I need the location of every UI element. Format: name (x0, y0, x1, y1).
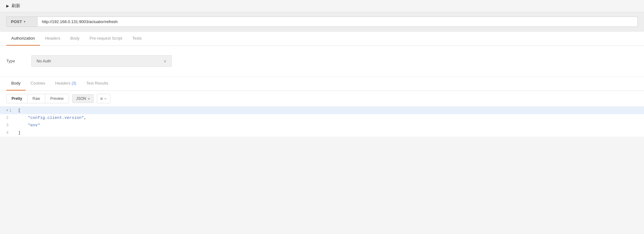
url-input[interactable] (37, 17, 638, 27)
code-line-3: 3 "env" (0, 122, 644, 129)
tab-headers[interactable]: Headers (40, 32, 65, 46)
tab-pre-request-script[interactable]: Pre-request Script (85, 32, 127, 46)
tab-authorization[interactable]: Authorization (6, 32, 40, 46)
auth-type-chevron-icon: ∨ (164, 59, 166, 63)
fold-arrow-icon[interactable]: ▼ (6, 109, 8, 112)
auth-type-value: No Auth (37, 59, 51, 63)
line-content-4: ] (16, 129, 23, 136)
response-tabs-row: Body Cookies Headers (3) Test Results (6, 76, 638, 90)
page-title: 刷新 (12, 3, 20, 9)
tab-response-headers[interactable]: Headers (3) (50, 76, 81, 90)
code-line-4: 4 ] (0, 129, 644, 137)
wrap-button[interactable]: ≡→ (97, 94, 111, 103)
tab-tests[interactable]: Tests (127, 32, 146, 46)
view-mode-group: Pretty Raw Preview (6, 94, 69, 103)
code-section: ▼ 1 [ 2 "config.client.version", 3 "env" (0, 107, 644, 137)
request-tabs-section: Authorization Headers Body Pre-request S… (0, 32, 644, 46)
method-selector[interactable]: POST ▾ (6, 17, 37, 27)
method-label: POST (11, 19, 22, 24)
request-tabs-row: Authorization Headers Body Pre-request S… (6, 32, 638, 46)
line-num-3: 3 (0, 122, 16, 129)
tab-body[interactable]: Body (65, 32, 85, 46)
line-num-1: ▼ 1 (0, 107, 16, 114)
url-bar: POST ▾ (0, 12, 644, 32)
auth-type-select[interactable]: No Auth ∨ (31, 55, 172, 67)
response-tabs-section: Body Cookies Headers (3) Test Results (0, 76, 644, 91)
auth-type-section: Type No Auth ∨ (0, 46, 644, 76)
line-num-2: 2 (0, 115, 16, 121)
title-bar: ▶ 刷新 (0, 0, 644, 12)
method-chevron-icon: ▾ (24, 20, 25, 23)
page-wrapper: ▶ 刷新 POST ▾ Authorization Headers Body P… (0, 0, 644, 234)
code-line-2: 2 "config.client.version", (0, 114, 644, 122)
code-line-1: ▼ 1 [ (0, 107, 644, 114)
format-chevron-icon: ▾ (88, 97, 90, 100)
format-label: JSON (76, 96, 86, 101)
line-content-2: "config.client.version", (16, 114, 89, 121)
pretty-button[interactable]: Pretty (7, 94, 27, 103)
headers-badge: (3) (72, 81, 76, 85)
preview-button[interactable]: Preview (45, 94, 69, 103)
tab-response-cookies[interactable]: Cookies (26, 76, 50, 90)
line-content-1: [ (16, 107, 23, 114)
line-content-3: "env" (16, 122, 42, 129)
type-row: Type No Auth ∨ (6, 55, 638, 67)
line-num-4: 4 (0, 129, 16, 136)
raw-button[interactable]: Raw (27, 94, 45, 103)
response-toolbar: Pretty Raw Preview JSON ▾ ≡→ (0, 91, 644, 107)
tab-response-body[interactable]: Body (6, 76, 26, 90)
tab-test-results[interactable]: Test Results (81, 76, 113, 90)
type-label: Type (6, 59, 25, 63)
collapse-arrow-icon[interactable]: ▶ (6, 4, 9, 8)
wrap-icon: ≡→ (100, 96, 107, 101)
format-selector[interactable]: JSON ▾ (72, 94, 94, 103)
